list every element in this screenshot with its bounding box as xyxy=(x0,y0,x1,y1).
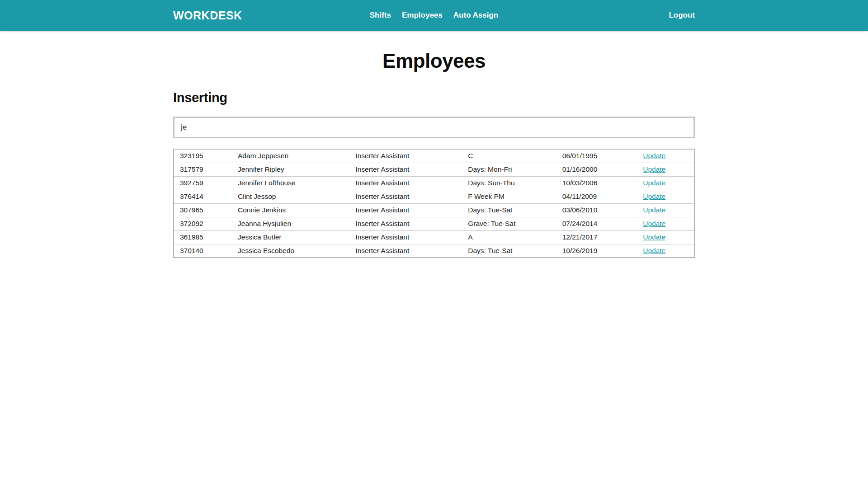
employee-hire-date: 07/24/2014 xyxy=(557,217,637,230)
employee-hire-date: 03/06/2010 xyxy=(557,203,637,217)
employee-shift: Days: Tue-Sat xyxy=(462,244,557,258)
page-title: Employees xyxy=(173,50,695,72)
employee-hire-date: 01/16/2000 xyxy=(557,163,637,176)
app-header: WORKDESK Shifts Employees Auto Assign Lo… xyxy=(0,0,868,31)
update-link[interactable]: Update xyxy=(643,192,665,200)
table-row: 307965 Connie Jenkins Inserter Assistant… xyxy=(174,203,694,217)
employee-hire-date: 04/11/2009 xyxy=(557,190,637,203)
update-link[interactable]: Update xyxy=(643,165,665,173)
employee-position: Inserter Assistant xyxy=(349,176,462,190)
employee-shift: C xyxy=(462,149,557,163)
employee-position: Inserter Assistant xyxy=(349,230,462,244)
employee-shift: Grave: Tue-Sat xyxy=(462,217,557,230)
nav-employees[interactable]: Employees xyxy=(402,11,443,20)
logout-link[interactable]: Logout xyxy=(669,11,695,20)
update-link[interactable]: Update xyxy=(643,233,665,241)
employee-position: Inserter Assistant xyxy=(349,163,462,176)
update-link[interactable]: Update xyxy=(643,220,665,227)
employee-id: 361985 xyxy=(174,230,232,244)
employee-name: Jennifer Lofthouse xyxy=(232,176,349,190)
employee-id: 392759 xyxy=(174,176,232,190)
employee-position: Inserter Assistant xyxy=(349,244,462,258)
employee-position: Inserter Assistant xyxy=(349,149,462,163)
employee-shift: Days: Tue-Sat xyxy=(462,203,557,217)
employee-position: Inserter Assistant xyxy=(349,190,462,203)
employee-position: Inserter Assistant xyxy=(349,203,462,217)
table-row: 317579 Jennifer Ripley Inserter Assistan… xyxy=(174,163,694,176)
table-row: 361985 Jessica Butler Inserter Assistant… xyxy=(174,230,694,244)
table-row: 372092 Jeanna Hysjulien Inserter Assista… xyxy=(174,217,694,230)
employee-id: 370140 xyxy=(174,244,232,258)
employee-id: 376414 xyxy=(174,190,232,203)
employee-name: Jeanna Hysjulien xyxy=(232,217,349,230)
brand-logo[interactable]: WORKDESK xyxy=(173,9,242,22)
employee-name: Jessica Butler xyxy=(232,230,349,244)
employee-search-input[interactable] xyxy=(173,117,695,138)
employee-shift: Days: Sun-Thu xyxy=(462,176,557,190)
table-row: 376414 Clint Jessop Inserter Assistant F… xyxy=(174,190,694,203)
employee-hire-date: 10/26/2019 xyxy=(557,244,637,258)
employee-hire-date: 06/01/1995 xyxy=(557,149,637,163)
table-row: 370140 Jessica Escobedo Inserter Assista… xyxy=(174,244,694,258)
update-link[interactable]: Update xyxy=(643,206,665,214)
update-link[interactable]: Update xyxy=(643,179,665,187)
employee-name: Jessica Escobedo xyxy=(232,244,349,258)
header-inner: WORKDESK Shifts Employees Auto Assign Lo… xyxy=(173,0,695,31)
update-link[interactable]: Update xyxy=(643,152,665,160)
employee-name: Clint Jessop xyxy=(232,190,349,203)
employees-table: 323195 Adam Jeppesen Inserter Assistant … xyxy=(173,149,695,258)
table-row: 392759 Jennifer Lofthouse Inserter Assis… xyxy=(174,176,694,190)
nav-auto-assign[interactable]: Auto Assign xyxy=(453,11,498,20)
update-link[interactable]: Update xyxy=(643,247,665,254)
employee-id: 317579 xyxy=(174,163,232,176)
employee-name: Connie Jenkins xyxy=(232,203,349,217)
employee-shift: Days: Mon-Fri xyxy=(462,163,557,176)
employee-id: 372092 xyxy=(174,217,232,230)
employee-id: 323195 xyxy=(174,149,232,163)
main-content: Employees Inserting 323195 Adam Jeppesen… xyxy=(173,50,695,258)
employee-shift: F Week PM xyxy=(462,190,557,203)
main-nav: Shifts Employees Auto Assign xyxy=(370,11,498,20)
employee-hire-date: 12/21/2017 xyxy=(557,230,637,244)
nav-shifts[interactable]: Shifts xyxy=(370,11,391,20)
employee-name: Adam Jeppesen xyxy=(232,149,349,163)
employee-name: Jennifer Ripley xyxy=(232,163,349,176)
employee-hire-date: 10/03/2006 xyxy=(557,176,637,190)
employee-shift: A xyxy=(462,230,557,244)
table-row: 323195 Adam Jeppesen Inserter Assistant … xyxy=(174,149,694,163)
section-heading: Inserting xyxy=(173,90,695,105)
employee-position: Inserter Assistant xyxy=(349,217,462,230)
employee-id: 307965 xyxy=(174,203,232,217)
